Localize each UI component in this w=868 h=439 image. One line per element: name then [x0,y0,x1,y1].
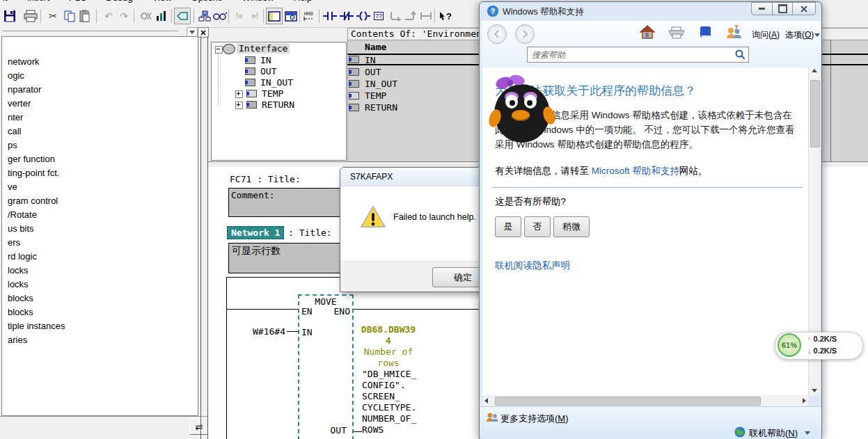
close-button[interactable] [792,2,816,15]
catalog-item-word-logic[interactable]: rd logic [2,250,198,264]
tree-item-in-out[interactable]: IN_OUT [260,77,293,88]
help-title-bar[interactable]: ? Windows 帮助和支持 [480,2,821,21]
catalog-item-bit-logic[interactable]: ogic [2,69,198,83]
dialog-title-bar[interactable]: S7KAFAPX [340,168,502,186]
help-select-icon[interactable]: ? [437,8,454,24]
catalog-item-counter[interactable]: nter [2,111,198,125]
catalog-item-fc-blocks[interactable]: locks [2,278,198,292]
tree-item-interface[interactable]: Interface [237,43,290,54]
goto-next-error-icon[interactable]: »! [246,8,263,24]
chevron-down-icon[interactable] [805,431,810,435]
monitor-glasses-icon[interactable] [212,8,228,24]
qq-penguin-pet[interactable] [489,74,555,143]
tree-expand-icon[interactable] [235,102,243,109]
tree-expand-icon[interactable] [235,90,243,98]
menu-plc[interactable]: PLC [69,0,86,3]
catalog-item-converter[interactable]: verter [2,97,198,111]
move-block-selected[interactable]: MOVE EN ENO IN OUT [298,294,354,439]
catalog-item-move[interactable]: ve [2,180,198,194]
undo-icon[interactable]: ↶ [100,8,117,24]
program-structure-icon[interactable] [196,8,213,24]
catalog-item-multiple-instances[interactable]: tiple instances [2,319,198,333]
home-button[interactable] [640,25,655,42]
catalog-item-integer-function[interactable]: ger function [2,152,198,166]
rail-icon[interactable] [418,8,434,24]
catalog-item-comparator[interactable]: nparator [2,83,198,97]
catalog-item-libraries[interactable]: aries [2,333,198,347]
input-operand[interactable]: W#16#4 [237,326,285,337]
online-help-selector[interactable]: 联机帮助(N) [749,427,798,439]
scroll-down-arrow[interactable] [812,389,817,392]
block-title[interactable]: FC71 : Title: [230,174,301,185]
horizontal-scrollbar[interactable] [482,395,808,406]
menu-insert[interactable]: Insert [27,0,50,3]
catalog-item-sfc-blocks[interactable]: blocks [2,305,198,319]
module-information-icon[interactable] [153,8,170,24]
output-operand[interactable]: "DB_HMICE_ CONFIG". SCREEN_ CYCLETYPE. N… [362,369,416,436]
contact-no-icon[interactable] [322,8,338,24]
feedback-no-button[interactable]: 否 [524,216,551,237]
catalog-item-timers[interactable]: ers [2,236,198,250]
scroll-up-arrow[interactable] [812,69,817,72]
network-speed-widget[interactable]: 61% ↑ 0.2K/S ↓ 0.2K/S [775,332,863,360]
search-input[interactable] [527,47,749,63]
scrollbar-thumb[interactable] [810,80,820,147]
cut-icon[interactable]: ✂ [45,8,61,24]
contact-nc-icon[interactable] [338,8,355,24]
more-support-options[interactable]: 更多支持选项(M) [500,413,569,425]
menu-help[interactable]: Help [294,0,313,3]
menu-debug[interactable]: Debug [106,0,132,3]
goto-previous-error-icon[interactable]: !« [231,8,248,24]
catalog-item-sfb-blocks[interactable]: blocks [2,292,198,305]
scrollbar-thumb[interactable] [495,397,761,406]
maximize-button[interactable] [772,2,793,15]
browse-help-button[interactable] [699,25,711,42]
close-branch-icon[interactable] [402,8,419,24]
toolbar-grip[interactable] [3,31,178,34]
print-button[interactable] [668,26,685,42]
paste-icon[interactable] [77,8,93,24]
go-online-icon[interactable] [138,8,155,24]
network-label-selected[interactable]: Network 1 [227,226,284,239]
feedback-somewhat-button[interactable]: 稍微 [553,216,590,237]
catalog-item-db-call[interactable]: call [2,125,198,138]
privacy-statement-link[interactable]: 联机阅读隐私声明 [495,260,570,272]
scroll-left-arrow[interactable] [484,398,488,404]
forward-button[interactable] [515,24,535,44]
catalog-item-jumps[interactable]: ps [2,138,198,152]
empty-box-icon[interactable]: ?? [370,8,387,24]
catalog-item-program-control[interactable]: gram control [2,194,198,208]
options-label[interactable]: 选项(O) [785,29,814,41]
address-identification-icon[interactable]: HHO [302,8,319,24]
catalog-toggle-icon[interactable] [266,8,283,24]
ask-button[interactable]: ? [725,24,742,42]
coil-icon[interactable] [355,8,372,24]
print-icon[interactable] [22,8,39,24]
microsoft-support-link[interactable]: Microsoft 帮助和支持 [592,166,679,176]
scroll-right-arrow[interactable] [803,398,806,404]
menu-view[interactable]: View [152,0,172,3]
pane-splitter[interactable] [200,36,201,439]
feedback-yes-button[interactable]: 是 [495,216,521,237]
symbol-representation-icon[interactable] [174,8,191,24]
overview-window-icon[interactable] [283,8,299,24]
menu-window[interactable]: Window [242,0,274,3]
menu-options[interactable]: Options [191,0,223,3]
tree-item-in[interactable]: IN [260,55,271,65]
overview-toggle-button[interactable]: ⇄ [189,418,209,435]
menu-edit[interactable]: it [3,0,8,3]
catalog-item-shift-rotate[interactable]: /Rotate [2,208,198,222]
search-icon[interactable] [735,49,745,60]
catalog-item-floating-point[interactable]: ting-point fct. [2,166,198,180]
copy-icon[interactable] [61,8,78,24]
chevron-down-icon[interactable] [814,33,820,37]
minimize-button[interactable] [751,2,773,15]
tree-item-return[interactable]: RETURN [262,99,294,110]
catalog-item-fb-blocks[interactable]: locks [2,264,198,278]
back-button[interactable] [487,24,507,44]
ask-label[interactable]: 询问(A) [752,29,780,41]
catalog-item-new-network[interactable]: network [2,55,198,69]
tree-item-temp[interactable]: TEMP [262,88,283,99]
tree-item-out[interactable]: OUT [260,66,276,77]
open-branch-icon[interactable] [387,8,404,24]
